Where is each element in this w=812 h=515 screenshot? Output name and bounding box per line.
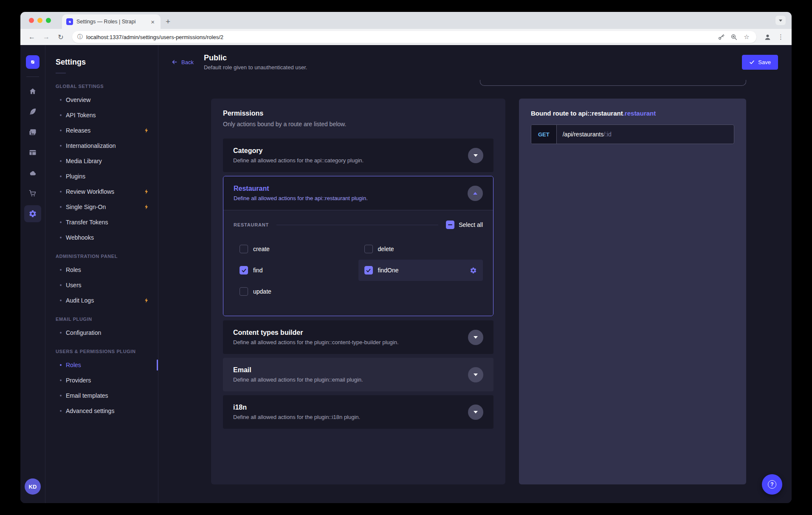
action-checkbox-delete[interactable] bbox=[364, 245, 373, 253]
sidebar-item-internationalization[interactable]: Internationalization bbox=[45, 138, 158, 153]
accordion-toggle-button[interactable] bbox=[468, 367, 483, 382]
address-bar[interactable]: ⓘ localhost:1337/admin/settings/users-pe… bbox=[72, 31, 756, 43]
section-caption-row: RESTAURANTSelect all bbox=[234, 221, 483, 229]
action-row-create[interactable]: create bbox=[234, 238, 358, 260]
action-checkbox-create[interactable] bbox=[240, 245, 248, 253]
select-all-checkbox[interactable] bbox=[446, 221, 454, 229]
sidebar-item-label: Roles bbox=[66, 362, 81, 368]
sidebar-item-audit-logs[interactable]: Audit Logs bbox=[45, 293, 158, 308]
new-tab-button[interactable]: + bbox=[166, 17, 170, 26]
settings-gear-icon[interactable] bbox=[24, 205, 41, 222]
accordion-toggle-button[interactable] bbox=[468, 405, 483, 420]
sidebar-item-media-library[interactable]: Media Library bbox=[45, 153, 158, 169]
sidebar-item-users[interactable]: Users bbox=[45, 277, 158, 293]
sidebar-item-plugins[interactable]: Plugins bbox=[45, 169, 158, 184]
accordion-title: Content types builder bbox=[233, 329, 399, 337]
accordion-toggle-button[interactable] bbox=[468, 330, 483, 345]
settings-sidebar: Settings GLOBAL SETTINGSOverviewAPI Toke… bbox=[45, 45, 158, 503]
action-row-findone[interactable]: findOne bbox=[358, 260, 483, 281]
action-checkbox-update[interactable] bbox=[240, 287, 248, 296]
accordion-body: RESTAURANTSelect allcreatedeletefindfind… bbox=[223, 210, 493, 316]
close-window-button[interactable] bbox=[29, 18, 34, 23]
action-row-delete[interactable]: delete bbox=[358, 238, 483, 260]
bullet-icon bbox=[60, 284, 62, 286]
bullet-icon bbox=[60, 160, 62, 162]
bound-route-panel: Bound route to api::restaurant.restauran… bbox=[519, 99, 746, 484]
browser-profile-icon[interactable] bbox=[762, 32, 773, 42]
route-param: /:id bbox=[603, 131, 612, 138]
check-icon bbox=[366, 268, 371, 273]
back-icon[interactable]: ← bbox=[26, 33, 37, 41]
sidebar-item-roles[interactable]: Roles bbox=[45, 357, 158, 373]
action-row-update[interactable]: update bbox=[234, 281, 358, 302]
sidebar-item-configuration[interactable]: Configuration bbox=[45, 325, 158, 340]
bullet-icon bbox=[60, 130, 62, 131]
minimize-window-button[interactable] bbox=[37, 18, 42, 23]
bullet-icon bbox=[60, 99, 62, 101]
sidebar-section-label: USERS & PERMISSIONS PLUGIN bbox=[45, 340, 158, 357]
accordion-info: RestaurantDefine all allowed actions for… bbox=[234, 185, 368, 201]
permissions-panel: Permissions Only actions bound by a rout… bbox=[211, 99, 505, 484]
home-icon[interactable] bbox=[24, 83, 41, 100]
sidebar-item-email-templates[interactable]: Email templates bbox=[45, 388, 158, 403]
sidebar-item-overview[interactable]: Overview bbox=[45, 92, 158, 108]
accordion-toggle-button[interactable] bbox=[468, 148, 483, 163]
accordion-header-restaurant[interactable]: RestaurantDefine all allowed actions for… bbox=[223, 176, 493, 210]
help-button[interactable]: ? bbox=[762, 474, 782, 495]
content-manager-feather-icon[interactable] bbox=[24, 103, 41, 120]
sidebar-item-label: Internationalization bbox=[66, 142, 116, 149]
marketplace-cart-icon[interactable] bbox=[24, 185, 41, 202]
tab-search-button[interactable] bbox=[775, 16, 786, 25]
accordion-info: CategoryDefine all allowed actions for t… bbox=[233, 147, 364, 164]
accordion-title: Email bbox=[233, 366, 363, 374]
route-accent: .restaurant bbox=[623, 110, 656, 117]
zoom-window-button[interactable] bbox=[46, 18, 51, 23]
scrolled-card-edge bbox=[480, 80, 746, 86]
select-all-label: Select all bbox=[459, 221, 483, 228]
accordion-toggle-button[interactable] bbox=[468, 186, 483, 201]
sidebar-item-webhooks[interactable]: Webhooks bbox=[45, 230, 158, 245]
sidebar-item-review-workflows[interactable]: Review Workflows bbox=[45, 184, 158, 199]
reload-icon[interactable]: ↻ bbox=[55, 33, 66, 41]
deploy-cloud-icon[interactable] bbox=[24, 164, 41, 181]
sidebar-item-roles[interactable]: Roles bbox=[45, 262, 158, 277]
strapi-logo[interactable] bbox=[26, 55, 39, 69]
action-checkbox-findone[interactable] bbox=[364, 266, 373, 274]
sidebar-item-label: Plugins bbox=[66, 173, 85, 180]
accordion-header-i18n[interactable]: i18nDefine all allowed actions for the p… bbox=[223, 395, 493, 429]
back-link[interactable]: Back bbox=[171, 59, 194, 65]
bookmark-star-icon[interactable]: ☆ bbox=[742, 33, 751, 41]
media-library-icon[interactable] bbox=[24, 124, 41, 141]
forward-icon[interactable]: → bbox=[41, 33, 52, 41]
sidebar-item-label: Advanced settings bbox=[66, 407, 114, 414]
sidebar-item-label: Media Library bbox=[66, 158, 102, 164]
accordion-info: Content types builderDefine all allowed … bbox=[233, 329, 399, 345]
tab-close-icon[interactable]: × bbox=[149, 18, 156, 26]
action-settings-button[interactable] bbox=[470, 267, 477, 274]
action-checkbox-find[interactable] bbox=[240, 266, 248, 274]
sidebar-item-single-sign-on[interactable]: Single Sign-On bbox=[45, 199, 158, 215]
browser-tab[interactable]: Settings — Roles | Strapi × bbox=[62, 14, 161, 29]
site-info-icon[interactable]: ⓘ bbox=[77, 33, 83, 41]
user-avatar[interactable]: KD bbox=[25, 478, 41, 495]
sidebar-section-global-settings: GLOBAL SETTINGSOverviewAPI TokensRelease… bbox=[45, 75, 158, 245]
select-all-control[interactable]: Select all bbox=[446, 221, 483, 229]
browser-menu-icon[interactable]: ⋮ bbox=[776, 33, 786, 41]
accordion-header-content-types-builder[interactable]: Content types builderDefine all allowed … bbox=[223, 320, 493, 354]
action-label: update bbox=[253, 288, 271, 295]
sidebar-item-advanced-settings[interactable]: Advanced settings bbox=[45, 403, 158, 419]
sidebar-item-api-tokens[interactable]: API Tokens bbox=[45, 108, 158, 123]
action-row-find[interactable]: find bbox=[234, 260, 358, 281]
accordion-header-category[interactable]: CategoryDefine all allowed actions for t… bbox=[223, 139, 493, 172]
accordion-header-email[interactable]: EmailDefine all allowed actions for the … bbox=[223, 358, 493, 391]
content-type-builder-icon[interactable] bbox=[24, 144, 41, 161]
sidebar-section-administration-panel: ADMINISTRATION PANELRolesUsersAudit Logs bbox=[45, 245, 158, 308]
bolt-badge bbox=[144, 297, 149, 303]
sidebar-item-providers[interactable]: Providers bbox=[45, 373, 158, 388]
sidebar-item-releases[interactable]: Releases bbox=[45, 123, 158, 138]
sidebar-item-transfer-tokens[interactable]: Transfer Tokens bbox=[45, 215, 158, 230]
zoom-in-icon[interactable] bbox=[729, 34, 739, 41]
tab-title: Settings — Roles | Strapi bbox=[76, 19, 146, 25]
password-key-icon[interactable] bbox=[716, 34, 726, 41]
save-button[interactable]: Save bbox=[742, 55, 778, 70]
